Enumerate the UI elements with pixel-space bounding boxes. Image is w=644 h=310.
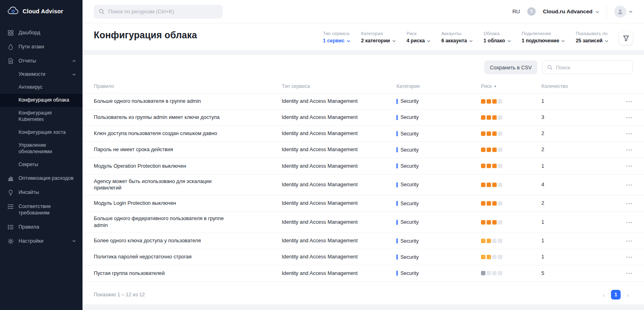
service-cell: Identity and Access Management — [282, 130, 396, 137]
filter-3[interactable]: Аккаунты6 аккаунта — [441, 31, 473, 44]
count-cell: 2 — [541, 130, 617, 137]
global-search[interactable] — [94, 5, 223, 19]
sidebar-item-dashboard[interactable]: Дашборд — [0, 26, 83, 40]
table-row[interactable]: Пользователь из группы admin имеет ключи… — [83, 110, 644, 126]
table-row[interactable]: Пустая группа пользователейIdentity and … — [83, 265, 644, 281]
filter-value[interactable]: 2 категории — [361, 38, 396, 44]
table-row[interactable]: Ключ доступа пользователя создан слишком… — [83, 126, 644, 142]
save-csv-button[interactable]: Сохранить в CSV — [484, 60, 537, 74]
logo[interactable]: Cloud Advisor — [0, 0, 83, 23]
risk-square — [487, 255, 491, 259]
row-menu-button[interactable]: ⋯ — [617, 199, 633, 208]
help-button[interactable]: ? — [527, 7, 536, 16]
risk-square — [492, 220, 497, 225]
sidebar-subitem-6[interactable]: Секреты — [0, 158, 83, 171]
filter-value[interactable]: 25 записей — [576, 38, 609, 44]
category-bar — [396, 163, 398, 169]
sidebar-item-rules[interactable]: Правила — [0, 220, 83, 234]
row-menu-button[interactable]: ⋯ — [617, 218, 633, 227]
table-row[interactable]: Бессрочная связь с AgencyIdentity and Ac… — [83, 282, 644, 285]
table-search-input[interactable] — [556, 64, 628, 71]
column-rule[interactable]: Правило — [94, 83, 282, 89]
risk-square — [492, 271, 497, 275]
risk-square — [487, 183, 491, 187]
filter-1[interactable]: Категория2 категории — [361, 31, 396, 44]
row-menu-button[interactable]: ⋯ — [617, 146, 633, 154]
prev-page-button[interactable]: ‹ — [599, 290, 609, 300]
chevron-down-icon — [507, 39, 511, 43]
sidebar-item-insights[interactable]: Инсайты — [0, 185, 83, 200]
row-menu-button[interactable]: ⋯ — [617, 113, 633, 122]
category-cell: Security — [396, 200, 481, 207]
rule-cell: Пустая группа пользователей — [94, 270, 282, 277]
account-menu[interactable]: Cloud.ru Advanced — [543, 8, 599, 15]
page-title: Конфигурация облака — [94, 30, 197, 41]
filter-6[interactable]: Показывать по25 записей — [576, 31, 609, 44]
sidebar-item-compliance[interactable]: Соответствие требованиям — [0, 200, 83, 220]
language-selector[interactable]: RU — [512, 8, 520, 15]
risk-cell — [481, 115, 541, 120]
table-search[interactable] — [542, 60, 633, 74]
risk-square — [481, 148, 485, 152]
risk-square — [492, 131, 497, 136]
global-search-input[interactable] — [108, 8, 218, 15]
row-menu-button[interactable]: ⋯ — [617, 97, 633, 106]
sidebar-subitem-1[interactable]: Антивирус — [0, 81, 83, 94]
chevron-down-icon — [595, 10, 599, 14]
table-row[interactable]: Модуль Login Protection выключенIdentity… — [83, 196, 644, 212]
sidebar-subitem-3[interactable]: Конфигурация Kubernetes — [0, 107, 83, 126]
filter-funnel-button[interactable] — [619, 31, 633, 45]
service-cell: Identity and Access Management — [282, 254, 396, 260]
sidebar-item-reports[interactable]: Отчеты — [0, 54, 83, 68]
sidebar-subitem-2[interactable]: Конфигурация облака — [0, 94, 83, 107]
attack-paths-icon — [7, 44, 14, 50]
filter-value[interactable]: 1 подключение — [522, 38, 566, 44]
filter-2[interactable]: Риск4 риска — [407, 31, 431, 44]
column-category[interactable]: Категория — [396, 83, 481, 89]
filter-5[interactable]: Подключения1 подключение — [522, 31, 566, 44]
user-menu[interactable] — [614, 6, 633, 18]
row-menu-button[interactable]: ⋯ — [617, 129, 633, 138]
sidebar-subitem-5[interactable]: Управление обновлениями — [0, 139, 83, 158]
risk-square — [487, 239, 491, 243]
filter-value[interactable]: 6 аккаунта — [441, 38, 473, 44]
column-count[interactable]: Количество — [541, 83, 617, 89]
row-menu-button[interactable]: ⋯ — [617, 181, 633, 189]
category-bar — [396, 220, 398, 225]
filter-value[interactable]: 1 сервис — [323, 38, 351, 44]
sidebar-item-attack-paths[interactable]: Пути атаки — [0, 40, 83, 54]
risk-square — [487, 201, 491, 206]
risk-square — [481, 99, 485, 104]
sidebar-subitem-4[interactable]: Конфигурация хоста — [0, 126, 83, 139]
filter-0[interactable]: Тип сервиса1 сервис — [323, 31, 351, 44]
table-row[interactable]: Больше одного федеративного пользователя… — [83, 212, 644, 233]
column-risk[interactable]: Риск ▲ — [481, 83, 541, 89]
category-bar — [396, 115, 398, 120]
table-row[interactable]: Политика паролей недостаточно строгаяIde… — [83, 249, 644, 265]
risk-square — [492, 148, 497, 152]
row-menu-button[interactable]: ⋯ — [617, 253, 633, 261]
row-menu-button[interactable]: ⋯ — [617, 237, 633, 245]
table-row[interactable]: Модуль Operation Protection выключенIden… — [83, 158, 644, 174]
table-row[interactable]: Agency может быть использовано для эскал… — [83, 175, 644, 196]
count-cell: 4 — [541, 181, 617, 188]
risk-cell — [481, 183, 541, 187]
service-cell: Identity and Access Management — [282, 181, 396, 188]
filter-value[interactable]: 4 риска — [407, 38, 431, 44]
table-row[interactable]: Пароль не имеет срока действияIdentity a… — [83, 142, 644, 158]
sidebar-item-cost-optimization[interactable]: Оптимизация расходов — [0, 171, 83, 185]
next-page-button[interactable]: › — [623, 290, 633, 300]
sidebar-subitem-0[interactable]: Уязвимости — [0, 68, 83, 81]
category-cell: Security — [396, 131, 481, 137]
row-menu-button[interactable]: ⋯ — [617, 269, 633, 277]
risk-cell — [481, 255, 541, 259]
page-1-button[interactable]: 1 — [611, 290, 621, 300]
column-service[interactable]: Тип сервиса — [282, 83, 396, 89]
table-row[interactable]: Больше одного пользователя в группе admi… — [83, 94, 644, 110]
table-toolbar: Сохранить в CSV — [83, 55, 644, 79]
row-menu-button[interactable]: ⋯ — [617, 162, 633, 170]
filter-value[interactable]: 1 облако — [483, 38, 511, 44]
sidebar-item-settings[interactable]: Настройки — [0, 234, 83, 248]
table-row[interactable]: Более одного ключа доступа у пользовател… — [83, 233, 644, 249]
filter-4[interactable]: Облака1 облако — [483, 31, 511, 44]
